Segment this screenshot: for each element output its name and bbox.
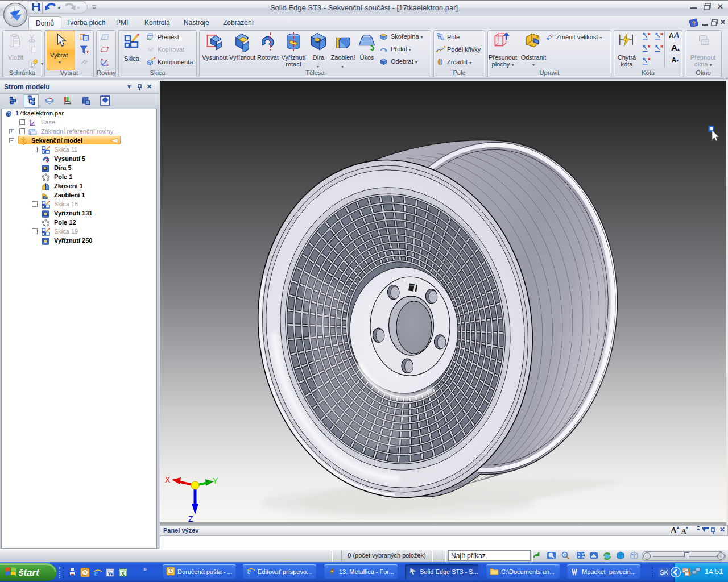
svg-text:X: X	[165, 475, 171, 484]
svg-text:Z: Z	[188, 514, 193, 523]
svg-text:e: e	[94, 568, 98, 577]
svg-text:Y: Y	[213, 476, 218, 485]
svg-text:W: W	[107, 571, 114, 577]
svg-text:X: X	[121, 571, 125, 577]
svg-text:štart: štart	[18, 567, 40, 578]
